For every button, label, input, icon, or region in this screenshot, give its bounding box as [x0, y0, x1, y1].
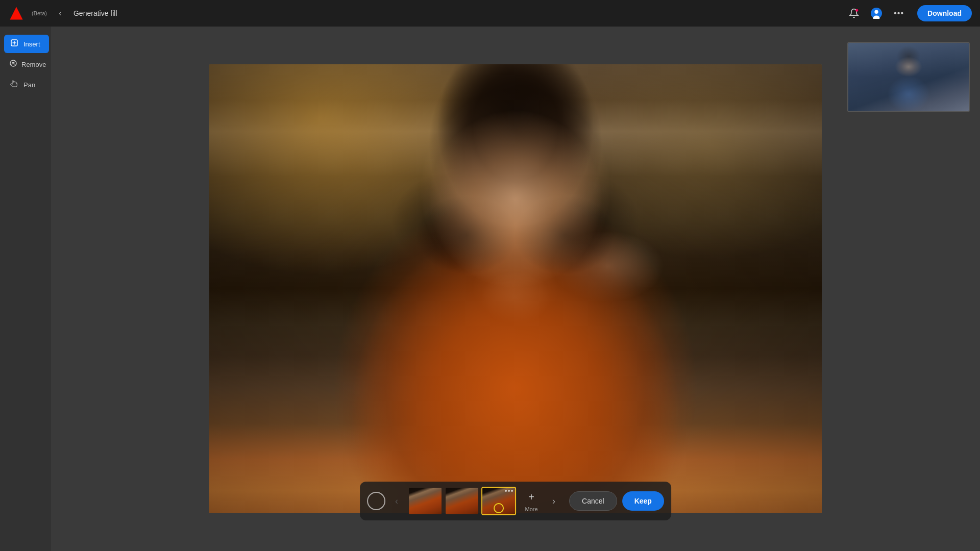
main-image — [209, 64, 822, 513]
bottom-bar: ‹ — [360, 482, 671, 520]
canvas-area: ‹ — [51, 27, 980, 551]
insert-icon — [9, 39, 19, 49]
main-area: Insert Remove Pan — [0, 27, 980, 551]
pan-icon — [9, 80, 19, 90]
webcam-room — [848, 43, 969, 111]
more-options-icon[interactable]: ••• — [891, 5, 907, 21]
notifications-icon[interactable] — [846, 5, 862, 21]
thumbnail-strip — [408, 487, 516, 515]
page-title: Generative fill — [74, 9, 117, 17]
photo-background — [209, 64, 822, 513]
webcam-background — [848, 43, 969, 111]
insert-tool[interactable]: Insert — [4, 35, 49, 53]
thumbnail-2[interactable] — [445, 487, 479, 515]
keep-button[interactable]: Keep — [622, 491, 664, 511]
more-label: More — [525, 506, 538, 512]
thumbnail-1[interactable] — [408, 487, 443, 515]
more-button[interactable]: + More — [520, 488, 543, 514]
beta-label: (Beta) — [32, 10, 47, 16]
photo-detail-layer — [209, 64, 822, 513]
prev-arrow-button[interactable]: ‹ — [389, 494, 404, 508]
cancel-button[interactable]: Cancel — [569, 491, 617, 511]
svg-point-4 — [874, 10, 878, 14]
plus-icon: + — [524, 490, 538, 504]
left-toolbar: Insert Remove Pan — [0, 27, 51, 551]
remove-icon — [9, 59, 17, 69]
thumbnail-3[interactable] — [481, 487, 516, 515]
selection-circle-indicator — [367, 492, 385, 510]
webcam-overlay — [847, 42, 970, 112]
cursor-indicator — [494, 503, 504, 513]
back-button[interactable]: ‹ — [53, 6, 67, 20]
adobe-logo — [8, 5, 24, 21]
remove-label: Remove — [21, 61, 46, 68]
thumb-1-image — [409, 488, 442, 514]
next-arrow-button[interactable]: › — [547, 494, 561, 508]
thumb-2-image — [446, 488, 478, 514]
top-bar: (Beta) ‹ Generative fill ••• Download — [0, 0, 980, 27]
pan-tool[interactable]: Pan — [4, 76, 49, 94]
pan-label: Pan — [23, 81, 35, 89]
profile-icon[interactable] — [868, 5, 885, 21]
thumb-3-dots — [505, 490, 513, 492]
download-button[interactable]: Download — [917, 5, 972, 21]
remove-tool[interactable]: Remove — [4, 55, 49, 73]
action-buttons: Cancel Keep — [569, 491, 664, 511]
svg-point-2 — [855, 9, 858, 12]
insert-label: Insert — [23, 40, 40, 48]
svg-point-7 — [10, 60, 16, 66]
